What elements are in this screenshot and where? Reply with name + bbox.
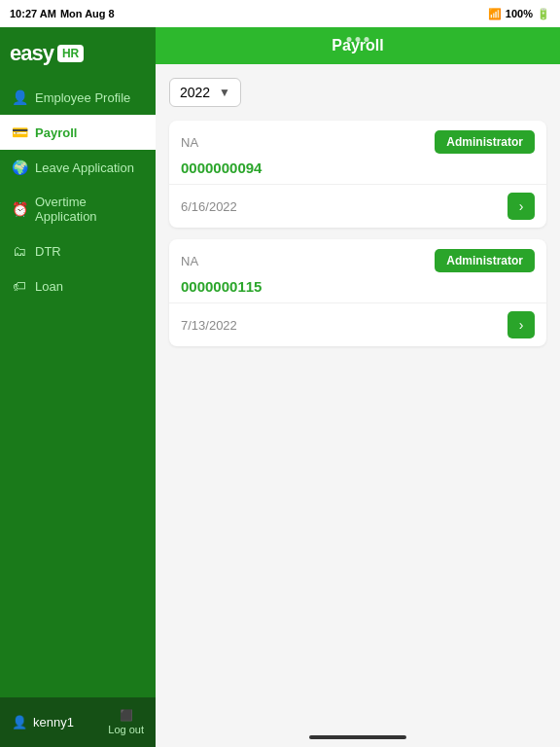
status-bar: 10:27 AM Mon Aug 8 📶 100% 🔋 [0, 0, 560, 27]
card-top-2: NA Administrator [169, 239, 546, 276]
sidebar-item-leave-application[interactable]: 🌍 Leave Application [0, 150, 156, 185]
payroll-card-1: NA Administrator 0000000094 6/16/2022 › [169, 121, 546, 228]
card-bottom-2: 7/13/2022 › [169, 302, 546, 346]
card-na-1: NA [181, 135, 198, 150]
sidebar-item-label: Loan [35, 279, 63, 294]
user-icon: 👤 [12, 715, 27, 729]
logout-button[interactable]: ⬛ Log out [108, 709, 144, 735]
wifi-icon: 📶 [488, 8, 502, 20]
year-dropdown[interactable]: 2022 2021 2020 2023 [180, 85, 211, 100]
content-area: 2022 2021 2020 2023 ▼ NA Administrator 0… [156, 64, 560, 728]
card-top-1: NA Administrator [169, 121, 546, 158]
card-na-2: NA [181, 254, 198, 268]
chevron-down-icon: ▼ [219, 86, 230, 99]
card-date-2: 7/13/2022 [181, 318, 237, 333]
dot-1 [347, 37, 352, 42]
status-bar-left: 10:27 AM Mon Aug 8 [10, 8, 115, 19]
username: kenny1 [33, 715, 74, 729]
sidebar-footer: 👤 kenny1 ⬛ Log out [0, 697, 156, 747]
battery-label: 100% [506, 8, 533, 19]
card-id-1: 0000000094 [169, 158, 546, 184]
home-indicator [309, 735, 406, 739]
sidebar-logo: easy HR [0, 27, 156, 76]
sidebar-item-label: Payroll [35, 125, 77, 140]
logout-label: Log out [108, 724, 144, 735]
logo-hr: HR [57, 45, 84, 62]
admin-button-1[interactable]: Administrator [435, 130, 535, 154]
chevron-right-icon-2: › [519, 317, 524, 333]
top-bar: Payroll [156, 27, 560, 64]
sidebar-user: 👤 kenny1 [12, 715, 74, 729]
dot-3 [365, 37, 369, 42]
sidebar-nav: 👤 Employee Profile 💳 Payroll 🌍 Leave App… [0, 76, 156, 697]
logo-easy: easy [10, 41, 53, 66]
sidebar-item-overtime-application[interactable]: ⏰ Overtime Application [0, 185, 156, 233]
card-id-2: 0000000115 [169, 276, 546, 302]
dot-2 [356, 37, 361, 42]
status-bar-right: 📶 100% 🔋 [488, 8, 550, 20]
sidebar-item-label: DTR [35, 244, 61, 259]
payroll-card-2: NA Administrator 0000000115 7/13/2022 › [169, 239, 546, 346]
logout-icon: ⬛ [120, 709, 133, 722]
sidebar-item-label: Overtime Application [35, 195, 144, 224]
sidebar-item-label: Leave Application [35, 160, 134, 175]
time: 10:27 AM [10, 8, 56, 19]
chevron-right-icon: › [519, 198, 524, 214]
sidebar-item-label: Employee Profile [35, 90, 130, 105]
sidebar: easy HR 👤 Employee Profile 💳 Payroll 🌍 L… [0, 27, 156, 747]
loan-icon: 🏷 [12, 278, 27, 294]
admin-button-2[interactable]: Administrator [435, 249, 535, 272]
sidebar-item-payroll[interactable]: 💳 Payroll [0, 115, 156, 150]
app-body: easy HR 👤 Employee Profile 💳 Payroll 🌍 L… [0, 27, 560, 747]
dtr-icon: 🗂 [12, 243, 27, 259]
overtime-icon: ⏰ [12, 201, 27, 217]
sidebar-item-employee-profile[interactable]: 👤 Employee Profile [0, 80, 156, 115]
sidebar-item-dtr[interactable]: 🗂 DTR [0, 233, 156, 268]
card-arrow-button-2[interactable]: › [508, 311, 535, 338]
card-arrow-button-1[interactable]: › [508, 193, 535, 220]
bottom-bar [156, 728, 560, 747]
sidebar-item-loan[interactable]: 🏷 Loan [0, 268, 156, 303]
year-selector[interactable]: 2022 2021 2020 2023 ▼ [169, 78, 241, 107]
date: Mon Aug 8 [60, 8, 115, 19]
card-date-1: 6/16/2022 [181, 199, 237, 214]
employee-profile-icon: 👤 [12, 89, 27, 105]
card-bottom-1: 6/16/2022 › [169, 184, 546, 228]
payroll-icon: 💳 [12, 124, 27, 140]
battery-icon: 🔋 [537, 8, 550, 20]
leave-icon: 🌍 [12, 160, 27, 175]
top-bar-dots [347, 37, 369, 42]
main-content: Payroll 2022 2021 2020 2023 ▼ NA Adminis… [156, 27, 560, 747]
